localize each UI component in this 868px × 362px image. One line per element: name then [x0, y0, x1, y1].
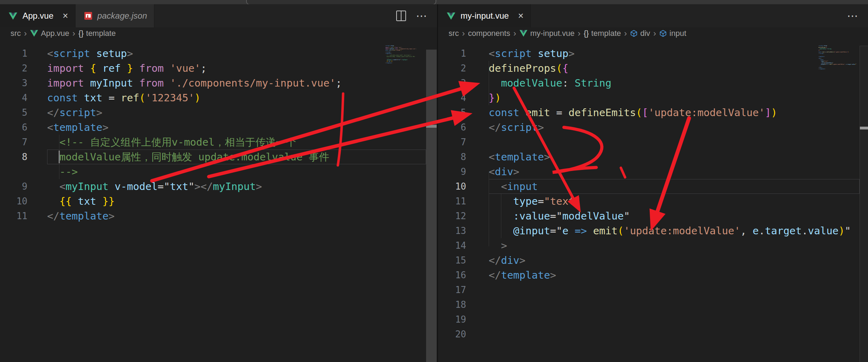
scrollbar-thumb[interactable] — [860, 127, 868, 129]
more-actions-icon[interactable]: ⋯ — [416, 10, 428, 21]
code-line-11[interactable]: 11 type="text" — [438, 194, 868, 209]
breadcrumb-label: src — [449, 29, 459, 38]
line-number: 16 — [438, 268, 489, 282]
breadcrumb-label: div — [640, 29, 650, 38]
code-line-1[interactable]: 1<script setup> — [438, 46, 868, 61]
line-number — [0, 164, 47, 179]
line-number: 7 — [0, 135, 47, 150]
code-line-20[interactable]: 20 — [438, 327, 868, 342]
editor-left[interactable]: 1<script setup>2import { ref } from 'vue… — [0, 39, 437, 362]
close-icon[interactable]: × — [518, 11, 523, 21]
code-line-8[interactable]: 8<template> — [438, 150, 868, 164]
scrollbar-right[interactable] — [860, 46, 868, 362]
code-line-15[interactable]: 15</div> — [438, 253, 868, 268]
line-number: 12 — [438, 209, 489, 223]
minimap-left[interactable]: <script setup>import { ref } from 'vue';… — [385, 45, 423, 68]
braces-icon: {} — [78, 29, 84, 38]
code-line-3[interactable]: 3import myInput from './components/my-in… — [0, 76, 437, 90]
code-line-9[interactable]: 9<div> — [438, 164, 868, 179]
code-line-18[interactable]: 18 — [438, 297, 868, 312]
code-line-11[interactable]: 11</template> — [0, 209, 437, 223]
more-actions-icon[interactable]: ⋯ — [847, 10, 859, 21]
breadcrumb-item-components[interactable]: components — [468, 29, 510, 38]
split-editor-icon[interactable] — [396, 11, 406, 21]
breadcrumb-label: components — [468, 29, 510, 38]
tab-package.json[interactable]: package.json — [76, 4, 154, 27]
code-line-6[interactable]: 6<template> — [0, 120, 437, 135]
code-line-16[interactable]: 16</template> — [438, 268, 868, 282]
line-number: 7 — [438, 135, 489, 150]
vue-icon — [446, 12, 456, 20]
code-line-8[interactable]: 8 modelValue属性，同时触发 update:modelvalue 事件 — [0, 150, 437, 164]
tab-strip-right: my-input.vue×⋯ — [438, 4, 868, 27]
tab-my-input.vue[interactable]: my-input.vue× — [438, 4, 531, 27]
minimap-right[interactable]: <script setup>defineProps({ modelValue: … — [818, 45, 860, 77]
line-number: 19 — [438, 312, 489, 327]
line-number: 3 — [438, 76, 489, 90]
breadcrumb-label: input — [669, 29, 686, 38]
line-number: 6 — [438, 120, 489, 135]
line-number: 13 — [438, 223, 489, 238]
braces-icon: {} — [584, 29, 589, 38]
code-line-3[interactable]: 3 modelValue: String — [438, 76, 868, 90]
breadcrumb-label: template — [86, 29, 116, 38]
tab-strip-left: App.vue× package.json⋯ — [0, 4, 437, 27]
code-line-7[interactable]: 7 <!-- 自定义组件上使用v-model，相当于传递一个 — [0, 135, 437, 150]
vue-icon — [519, 30, 528, 37]
code-line-13[interactable]: 13 @input="e => emit('update:modelValue'… — [438, 223, 868, 238]
code-line-14[interactable]: 14 > — [438, 238, 868, 253]
code-line-4[interactable]: 4const txt = ref('122345') — [0, 90, 437, 105]
breadcrumb-item-template[interactable]: {}template — [584, 29, 621, 38]
breadcrumb-item-template[interactable]: {}template — [78, 29, 116, 38]
breadcrumb-separator: › — [462, 28, 465, 38]
scrollbar-left[interactable] — [426, 50, 437, 362]
breadcrumb-item-src[interactable]: src — [449, 29, 459, 38]
vscode-window: App.vue× package.json⋯ src› App.vue›{}te… — [0, 0, 868, 362]
code-line-7[interactable]: 7 — [438, 135, 868, 150]
line-number: 11 — [438, 194, 489, 209]
scrollbar-thumb[interactable] — [426, 125, 437, 128]
breadcrumb-label: template — [591, 29, 621, 38]
line-number: 6 — [0, 120, 47, 135]
line-number: 11 — [0, 209, 47, 223]
breadcrumb-item-input[interactable]: input — [659, 29, 686, 38]
code-line-6[interactable]: 6</script> — [438, 120, 868, 135]
breadcrumb-separator: › — [72, 28, 75, 38]
code-line-19[interactable]: 19 — [438, 312, 868, 327]
breadcrumb-left: src› App.vue›{}template — [0, 27, 437, 39]
code-line-5[interactable]: 5const emit = defineEmits(['update:model… — [438, 105, 868, 120]
breadcrumb-item-App.vue[interactable]: App.vue — [30, 29, 69, 38]
breadcrumb-item-div[interactable]: div — [630, 29, 650, 38]
line-number: 2 — [438, 61, 489, 76]
close-icon[interactable]: × — [63, 11, 68, 21]
line-number: 17 — [438, 282, 489, 297]
code-line-5[interactable]: 5</script> — [0, 105, 437, 120]
tab-label: App.vue — [22, 11, 53, 21]
tab-label: package.json — [97, 11, 147, 21]
code-left[interactable]: 1<script setup>2import { ref } from 'vue… — [0, 39, 437, 223]
code-right[interactable]: 1<script setup>2defineProps({3 modelValu… — [438, 39, 868, 342]
line-number: 10 — [438, 179, 489, 194]
code-line-12[interactable]: 12 :value="modelValue" — [438, 209, 868, 223]
code-line-10[interactable]: 10 {{ txt }} — [0, 194, 437, 209]
code-line-1[interactable]: 1<script setup> — [0, 46, 437, 61]
code-line-2[interactable]: 2defineProps({ — [438, 61, 868, 76]
line-number: 14 — [438, 238, 489, 253]
code-line-4[interactable]: 4}) — [438, 90, 868, 105]
code-line-17[interactable]: 17 — [438, 282, 868, 297]
breadcrumb-separator: › — [624, 28, 627, 38]
breadcrumb-item-my-input.vue[interactable]: my-input.vue — [519, 29, 574, 38]
symbol-element-icon — [630, 30, 638, 37]
tab-App.vue[interactable]: App.vue× — [0, 4, 76, 27]
breadcrumb-label: src — [11, 29, 21, 38]
code-line-2[interactable]: 2import { ref } from 'vue'; — [0, 61, 437, 76]
line-number: 3 — [0, 76, 47, 90]
code-line-wrap[interactable]: --> — [0, 164, 437, 179]
breadcrumb-label: App.vue — [41, 29, 69, 38]
breadcrumb-label: my-input.vue — [530, 29, 574, 38]
breadcrumb-item-src[interactable]: src — [11, 29, 21, 38]
editor-right[interactable]: 1<script setup>2defineProps({3 modelValu… — [438, 39, 868, 362]
line-number: 20 — [438, 327, 489, 342]
code-line-9[interactable]: 9 <myInput v-model="txt"></myInput> — [0, 179, 437, 194]
code-line-10[interactable]: 10 <input — [438, 179, 868, 194]
